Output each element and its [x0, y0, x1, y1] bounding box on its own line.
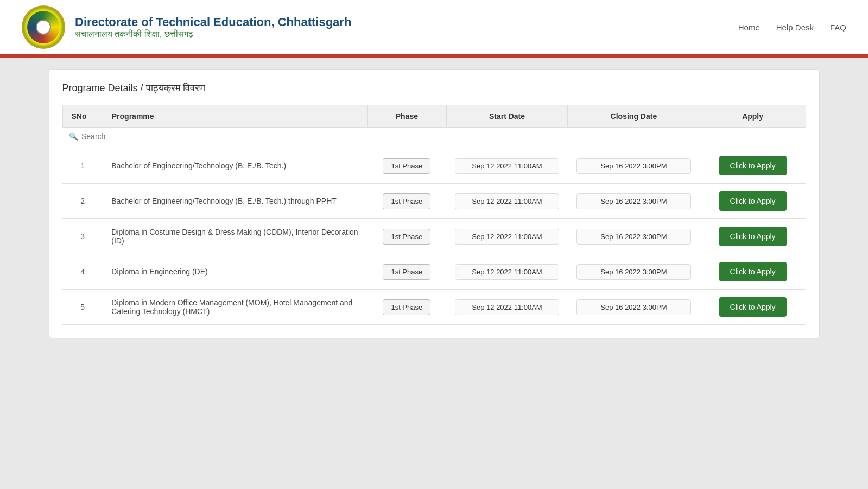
cell-sno: 5	[62, 290, 103, 325]
logo-inner	[27, 11, 60, 43]
apply-button[interactable]: Click to Apply	[719, 297, 787, 317]
search-input[interactable]	[81, 132, 190, 141]
nav-home[interactable]: Home	[738, 23, 760, 32]
phase-badge: 1st Phase	[383, 158, 430, 174]
main-nav: Home Help Desk FAQ	[738, 23, 846, 32]
page-title: Programe Details / पाठ्यक्रम विवरण	[62, 83, 806, 94]
startdate-value: Sep 12 2022 11:00AM	[455, 299, 559, 315]
startdate-value: Sep 12 2022 11:00AM	[455, 193, 559, 209]
col-header-apply: Apply	[700, 105, 806, 128]
cell-sno: 4	[62, 254, 103, 290]
cell-startdate: Sep 12 2022 11:00AM	[446, 290, 567, 325]
phase-badge: 1st Phase	[383, 264, 430, 280]
cell-closingdate: Sep 16 2022 3:00PM	[568, 290, 700, 325]
startdate-value: Sep 12 2022 11:00AM	[455, 229, 559, 244]
apply-button[interactable]: Click to Apply	[719, 156, 787, 175]
phase-badge: 1st Phase	[383, 229, 430, 244]
site-title-hi: संचालनालय तकनीकी शिक्षा, छत्तीसगढ़	[75, 29, 351, 39]
cell-apply: Click to Apply	[700, 219, 806, 254]
table-row: 2 Bachelor of Engineering/Technology (B.…	[62, 184, 806, 219]
closingdate-value: Sep 16 2022 3:00PM	[576, 264, 692, 280]
cell-sno: 2	[62, 184, 103, 219]
cell-closingdate: Sep 16 2022 3:00PM	[568, 184, 700, 219]
main-wrapper: Programe Details / पाठ्यक्रम विवरण SNo P…	[0, 58, 868, 349]
cell-sno: 1	[62, 148, 103, 184]
col-header-programme: Programme	[103, 105, 367, 128]
site-header: Directorate of Technical Education, Chha…	[0, 0, 868, 56]
cell-apply: Click to Apply	[700, 184, 806, 219]
cell-startdate: Sep 12 2022 11:00AM	[446, 184, 567, 219]
cell-programme: Diploma in Modern Office Management (MOM…	[103, 290, 367, 325]
col-header-startdate: Start Date	[446, 105, 567, 128]
cell-closingdate: Sep 16 2022 3:00PM	[568, 219, 700, 254]
table-header-row: SNo Programme Phase Start Date Closing D…	[62, 105, 806, 128]
cell-phase: 1st Phase	[367, 290, 446, 325]
cell-apply: Click to Apply	[700, 254, 806, 290]
search-row: 🔍	[62, 128, 806, 148]
cell-closingdate: Sep 16 2022 3:00PM	[568, 254, 700, 290]
table-row: 4 Diploma in Engineering (DE) 1st Phase …	[62, 254, 806, 290]
search-wrapper: 🔍	[69, 132, 205, 143]
content-card: Programe Details / पाठ्यक्रम विवरण SNo P…	[49, 69, 820, 338]
closingdate-value: Sep 16 2022 3:00PM	[576, 299, 692, 315]
cell-programme: Bachelor of Engineering/Technology (B. E…	[103, 148, 367, 184]
header-branding: Directorate of Technical Education, Chha…	[22, 5, 351, 49]
nav-faq[interactable]: FAQ	[830, 23, 846, 32]
cell-phase: 1st Phase	[367, 254, 446, 290]
cell-phase: 1st Phase	[367, 219, 446, 254]
col-header-sno: SNo	[62, 105, 103, 128]
table-row: 5 Diploma in Modern Office Management (M…	[62, 290, 806, 325]
programmes-table: SNo Programme Phase Start Date Closing D…	[62, 105, 806, 325]
col-header-phase: Phase	[367, 105, 446, 128]
table-row: 3 Diploma in Costume Design & Dress Maki…	[62, 219, 806, 254]
cell-startdate: Sep 12 2022 11:00AM	[446, 148, 567, 184]
cell-apply: Click to Apply	[700, 148, 806, 184]
cell-programme: Diploma in Costume Design & Dress Making…	[103, 219, 367, 254]
logo	[22, 5, 65, 49]
cell-apply: Click to Apply	[700, 290, 806, 325]
apply-button[interactable]: Click to Apply	[719, 227, 787, 246]
cell-phase: 1st Phase	[367, 184, 446, 219]
site-title-en: Directorate of Technical Education, Chha…	[75, 15, 351, 29]
startdate-value: Sep 12 2022 11:00AM	[455, 158, 559, 174]
cell-sno: 3	[62, 219, 103, 254]
header-titles: Directorate of Technical Education, Chha…	[75, 15, 351, 39]
cell-startdate: Sep 12 2022 11:00AM	[446, 219, 567, 254]
cell-programme: Diploma in Engineering (DE)	[103, 254, 367, 290]
closingdate-value: Sep 16 2022 3:00PM	[576, 193, 692, 209]
cell-programme: Bachelor of Engineering/Technology (B. E…	[103, 184, 367, 219]
closingdate-value: Sep 16 2022 3:00PM	[576, 229, 692, 244]
apply-button[interactable]: Click to Apply	[719, 262, 787, 281]
col-header-closingdate: Closing Date	[568, 105, 700, 128]
logo-center	[36, 20, 51, 35]
cell-startdate: Sep 12 2022 11:00AM	[446, 254, 567, 290]
cell-closingdate: Sep 16 2022 3:00PM	[568, 148, 700, 184]
table-row: 1 Bachelor of Engineering/Technology (B.…	[62, 148, 806, 184]
startdate-value: Sep 12 2022 11:00AM	[455, 264, 559, 280]
phase-badge: 1st Phase	[383, 299, 430, 315]
search-icon: 🔍	[69, 132, 78, 141]
search-cell: 🔍	[62, 128, 806, 148]
phase-badge: 1st Phase	[383, 193, 430, 209]
cell-phase: 1st Phase	[367, 148, 446, 184]
apply-button[interactable]: Click to Apply	[719, 191, 787, 211]
closingdate-value: Sep 16 2022 3:00PM	[576, 158, 692, 174]
nav-helpdesk[interactable]: Help Desk	[776, 23, 814, 32]
